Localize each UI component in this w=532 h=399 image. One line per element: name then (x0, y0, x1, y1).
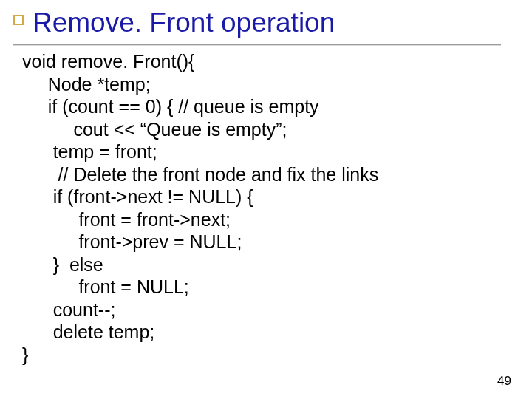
slide: Remove. Front operation void remove. Fro… (0, 0, 532, 399)
code-line: temp = front; (22, 141, 157, 162)
code-line: void remove. Front(){ (22, 51, 194, 72)
title-accent-square (13, 15, 24, 25)
page-number: 49 (497, 374, 511, 389)
code-line: } else (22, 254, 103, 275)
code-line: Node *temp; (22, 74, 151, 95)
code-line: front->prev = NULL; (22, 231, 242, 252)
code-line: front = front->next; (22, 209, 231, 230)
title-underline (13, 44, 501, 46)
code-line: delete temp; (22, 321, 154, 342)
code-line: if (front->next != NULL) { (22, 186, 253, 207)
code-line: front = NULL; (22, 276, 189, 297)
code-line: cout << “Queue is empty”; (22, 119, 287, 140)
code-line: count--; (22, 299, 115, 320)
code-block: void remove. Front(){ Node *temp; if (co… (22, 50, 378, 366)
code-line: if (count == 0) { // queue is empty (22, 96, 319, 117)
code-line: // Delete the front node and fix the lin… (22, 164, 378, 185)
slide-title: Remove. Front operation (33, 7, 335, 38)
code-line: } (22, 344, 28, 365)
